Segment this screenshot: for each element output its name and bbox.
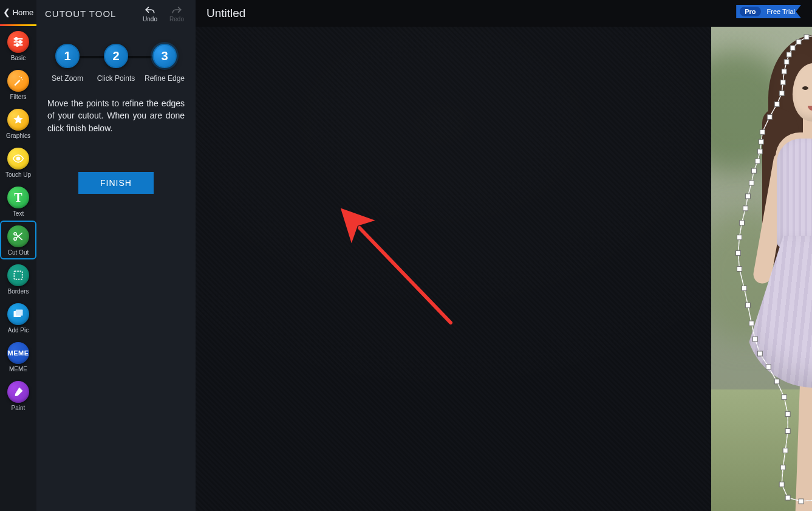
svg-point-3 [15, 38, 18, 40]
selection-handle[interactable] [767, 114, 772, 119]
step-3[interactable]: 3 Refine Edge [143, 44, 186, 83]
selection-handle[interactable] [785, 412, 790, 417]
selection-handle[interactable] [779, 91, 784, 96]
rail-label: Cut Out [8, 249, 29, 256]
redo-label: Redo [169, 16, 184, 22]
step-bubble: 2 [104, 44, 128, 68]
svg-rect-14 [14, 271, 22, 279]
rail-label: Basic [11, 55, 26, 61]
selection-handle[interactable] [785, 495, 790, 500]
selection-handle[interactable] [782, 69, 786, 74]
svg-point-8 [19, 77, 20, 78]
svg-point-4 [19, 41, 21, 43]
rail-item-borders[interactable]: Borders [0, 259, 36, 298]
annotation-arrow [355, 224, 464, 336]
selection-handle[interactable] [751, 168, 756, 173]
step-bubble: 1 [55, 44, 80, 68]
rail-label: Filters [10, 94, 26, 100]
rail-label: Paint [12, 405, 26, 411]
finish-button[interactable]: FINISH [78, 172, 154, 194]
selection-handle[interactable] [749, 321, 754, 326]
selection-handle[interactable] [774, 379, 779, 384]
free-trial-label: Free Trial [767, 8, 795, 15]
selection-handle[interactable] [737, 267, 742, 272]
selection-handle[interactable] [757, 149, 762, 154]
rail-item-paint[interactable]: Paint [0, 376, 36, 415]
svg-point-10 [14, 233, 16, 235]
step-1[interactable]: 1 Set Zoom [46, 44, 89, 83]
selection-handle[interactable] [743, 206, 748, 211]
redo-button[interactable]: Redo [166, 5, 187, 22]
step-label: Set Zoom [52, 74, 83, 83]
document-title: Untitled [206, 7, 245, 20]
selection-handle[interactable] [739, 221, 744, 225]
rail-item-filters[interactable]: Filters [0, 65, 36, 104]
tool-panel: CUTOUT TOOL Undo Redo 1 Set Zoom 2 Click… [36, 0, 196, 511]
selection-handle[interactable] [745, 194, 750, 199]
sliders-icon [7, 31, 29, 53]
pro-tag: Pro [740, 7, 760, 16]
selection-handle[interactable] [799, 499, 803, 504]
svg-line-17 [360, 228, 451, 323]
selection-handle[interactable] [752, 337, 757, 341]
photos-icon [7, 303, 29, 325]
star-icon [7, 109, 29, 131]
eye-icon [7, 148, 29, 170]
chevron-left-icon: ❮ [3, 7, 10, 17]
selection-handle[interactable] [779, 482, 784, 487]
undo-label: Undo [143, 16, 157, 22]
selection-handle[interactable] [742, 286, 746, 290]
selection-handle[interactable] [755, 159, 760, 163]
rail-label: Text [13, 210, 24, 217]
selection-handle[interactable] [760, 129, 765, 134]
document-area: Untitled Pro Free Trial [196, 0, 812, 511]
selection-handle[interactable] [780, 465, 785, 470]
selection-handle[interactable] [766, 365, 771, 369]
home-button[interactable]: ❮ Home [0, 0, 36, 24]
canvas[interactable] [196, 27, 812, 511]
rail-item-text[interactable]: T Text [0, 182, 36, 221]
scissors-icon [7, 225, 29, 247]
selection-handle[interactable] [745, 303, 750, 307]
rail-item-touchup[interactable]: Touch Up [0, 143, 36, 182]
selection-handle[interactable] [759, 139, 763, 144]
step-label: Click Points [97, 74, 135, 83]
rail-item-addpic[interactable]: Add Pic [0, 298, 36, 337]
selection-handle[interactable] [735, 251, 740, 256]
selection-handle[interactable] [749, 180, 754, 185]
home-label: Home [13, 8, 34, 17]
rail-label: Borders [7, 288, 29, 295]
selection-handle[interactable] [785, 429, 790, 434]
svg-point-9 [17, 157, 20, 160]
selection-handle[interactable] [786, 52, 791, 57]
frame-icon [7, 264, 29, 286]
svg-point-11 [14, 238, 16, 240]
selection-handle[interactable] [737, 235, 742, 240]
rail-item-cutout[interactable]: Cut Out [0, 221, 36, 259]
selection-handle[interactable] [784, 60, 789, 64]
selection-handle[interactable] [774, 102, 779, 107]
selection-handle[interactable] [757, 351, 762, 356]
selection-handle[interactable] [796, 39, 801, 44]
panel-title: CUTOUT TOOL [45, 9, 134, 19]
panel-description: Move the points to refine the edges of y… [47, 97, 185, 134]
free-trial-badge[interactable]: Pro Free Trial [736, 5, 801, 18]
selection-handle[interactable] [783, 448, 788, 453]
rail-item-graphics[interactable]: Graphics [0, 104, 36, 143]
step-2[interactable]: 2 Click Points [95, 44, 137, 83]
tool-rail: ❮ Home Basic Filters Graphics [0, 0, 36, 511]
wand-icon [7, 70, 29, 92]
edited-photo [711, 27, 812, 511]
undo-button[interactable]: Undo [140, 5, 160, 22]
selection-handle[interactable] [790, 46, 795, 50]
selection-handle[interactable] [780, 80, 785, 85]
rail-label: Graphics [6, 132, 30, 139]
rail-item-basic[interactable]: Basic [0, 26, 36, 65]
svg-point-5 [16, 44, 18, 46]
rail-item-meme[interactable]: MEME MEME [0, 337, 36, 376]
meme-icon: MEME [7, 342, 29, 364]
cutout-selection[interactable] [711, 27, 812, 511]
selection-handle[interactable] [782, 395, 786, 400]
step-indicator: 1 Set Zoom 2 Click Points 3 Refine Edge [36, 27, 196, 85]
selection-handle[interactable] [804, 35, 809, 39]
